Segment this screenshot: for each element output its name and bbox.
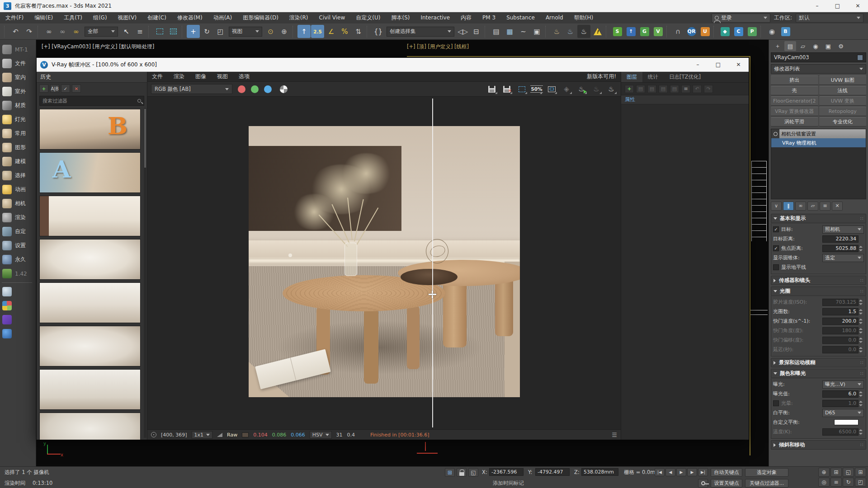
- sidebar-item-mt1[interactable]: MT-1: [0, 42, 36, 56]
- alpha-channel-icon[interactable]: [280, 85, 288, 93]
- pan-icon[interactable]: ≡: [830, 478, 842, 487]
- key-filters-button[interactable]: 关键点过滤器...: [745, 479, 788, 488]
- login-dropdown[interactable]: 登录: [712, 14, 770, 23]
- rollout-header-3[interactable]: 景深和运动模糊∷: [771, 358, 866, 367]
- sidebar-sphere-icon[interactable]: [0, 285, 36, 299]
- menu-item-10[interactable]: Civil View: [314, 12, 351, 23]
- rectangular-selection-icon[interactable]: [153, 25, 166, 38]
- spinner-arrows[interactable]: [859, 428, 864, 436]
- unlink-selection-icon[interactable]: ∞: [56, 25, 69, 38]
- history-thumb-b[interactable]: B: [39, 109, 141, 150]
- x-coordinate-field[interactable]: -2367.596: [489, 468, 524, 476]
- history-thumb[interactable]: [39, 282, 141, 323]
- sidebar-item-interior[interactable]: 室内: [0, 70, 36, 84]
- menu-item-8[interactable]: 图形编辑器(D): [237, 12, 284, 23]
- percent-snap-icon[interactable]: %: [338, 25, 351, 38]
- selection-set-dropdown[interactable]: 选定对象: [745, 468, 788, 477]
- menu-item-11[interactable]: 自定义(U): [350, 12, 386, 23]
- modifier-uvw-xform-button[interactable]: UVW 变换: [819, 96, 867, 106]
- spinner-arrows[interactable]: [859, 308, 864, 315]
- param-field[interactable]: 6.0: [822, 390, 859, 398]
- hierarchy-tab[interactable]: ▱: [797, 41, 809, 51]
- maximize-button[interactable]: □: [827, 0, 848, 12]
- checkbox[interactable]: [773, 264, 779, 270]
- spinner-arrows[interactable]: [859, 245, 864, 252]
- add-time-tag[interactable]: 添加时间标记: [493, 480, 524, 487]
- vfb-menu-item-1[interactable]: 渲染: [174, 73, 184, 80]
- keyboard-shortcut-override-icon[interactable]: ↑: [297, 25, 311, 38]
- zoom-extents-all-icon[interactable]: ⊞: [855, 468, 866, 477]
- render-last-icon[interactable]: ♨: [576, 84, 587, 94]
- menu-item-17[interactable]: Arnold: [540, 12, 569, 23]
- vray-toolbar-icon[interactable]: V: [651, 25, 665, 38]
- warning-icon[interactable]: [591, 25, 604, 38]
- vfb-maximize-button[interactable]: □: [708, 58, 728, 71]
- display-modes-icon[interactable]: [546, 84, 557, 94]
- param-field[interactable]: 6500.0: [822, 428, 859, 436]
- menu-item-3[interactable]: 组(G): [88, 12, 113, 23]
- plugin-p-icon[interactable]: P: [745, 25, 759, 38]
- menu-item-15[interactable]: PM 3: [477, 12, 501, 23]
- sidebar-item-material[interactable]: 材质: [0, 99, 36, 113]
- modify-tab[interactable]: ▤: [784, 41, 796, 51]
- show-end-result-icon[interactable]: ‖: [783, 202, 794, 211]
- viewport-label-top[interactable]: [+] [顶] [用户定义] [线框]: [407, 43, 469, 50]
- remove-history-icon[interactable]: ✕: [72, 84, 81, 93]
- menu-item-16[interactable]: Substance: [501, 12, 540, 23]
- layer-save-icon[interactable]: ▤: [659, 85, 668, 93]
- selection-lock-icon[interactable]: [457, 468, 467, 477]
- use-pivot-point-icon[interactable]: ⊙: [264, 25, 277, 38]
- sidebar-item-camera[interactable]: 相机: [0, 197, 36, 211]
- modifier-uvw-map-button[interactable]: UVW 贴图: [819, 75, 867, 85]
- select-and-rotate-icon[interactable]: ↻: [200, 25, 213, 38]
- modifier-retopology-button[interactable]: Retopology: [819, 107, 867, 116]
- mirror-icon[interactable]: ◁▷: [456, 25, 469, 38]
- sidebar-item-modeling[interactable]: 建模: [0, 155, 36, 169]
- history-thumb[interactable]: [39, 413, 141, 440]
- previous-frame-button[interactable]: ◀: [665, 468, 675, 476]
- pixel-probe-icon[interactable]: [151, 432, 156, 437]
- redo-icon[interactable]: ↷: [704, 85, 713, 93]
- layer-copy-icon[interactable]: ▤: [647, 85, 656, 93]
- param-field[interactable]: 5025.88: [822, 245, 859, 252]
- ab-compare-icon[interactable]: A|B: [50, 84, 59, 93]
- blue-channel-icon[interactable]: [264, 85, 272, 93]
- vfb-titlebar[interactable]: V V-Ray 帧缓冲区 - [100.0% of 600 x 600] – □…: [37, 58, 749, 72]
- close-button[interactable]: ✕: [848, 0, 868, 12]
- selection-filter-dropdown[interactable]: 全部: [85, 27, 118, 37]
- menu-item-1[interactable]: 编辑(E): [29, 12, 58, 23]
- named-selection-sets-dropdown[interactable]: 创建选择集: [387, 27, 454, 37]
- sidebar-item-animation[interactable]: 动画: [0, 183, 36, 197]
- rollout-header-4[interactable]: 颜色和曝光∷: [771, 369, 866, 378]
- angle-snap-icon[interactable]: ∠: [325, 25, 338, 38]
- vfb-tab-0[interactable]: 图层: [621, 72, 642, 82]
- absolute-mode-icon[interactable]: ◱: [468, 468, 478, 477]
- param-dropdown[interactable]: D65: [822, 409, 864, 417]
- stack-header-row[interactable]: 相机分镜窗设置: [771, 129, 866, 138]
- sidebar-item-custom[interactable]: 自定: [0, 225, 36, 239]
- vfb-menu-item-2[interactable]: 图像: [195, 73, 206, 80]
- sidebar-item-light[interactable]: 灯光: [0, 113, 36, 127]
- modifier-stack[interactable]: 相机分镜窗设置 VRay 物理相机: [771, 129, 866, 199]
- save-to-history-icon[interactable]: +: [39, 84, 48, 93]
- red-channel-icon[interactable]: [238, 85, 245, 93]
- sidebar-item-exterior[interactable]: 室外: [0, 84, 36, 99]
- spinner-arrows[interactable]: [859, 346, 864, 353]
- history-tab[interactable]: 历史: [37, 72, 147, 83]
- play-button[interactable]: ▶: [676, 468, 686, 476]
- zoom-level-button[interactable]: 50%: [531, 84, 542, 94]
- crossing-selection-icon[interactable]: [167, 25, 180, 38]
- plugin-b-icon[interactable]: B: [779, 25, 792, 38]
- qr-code-icon[interactable]: QR: [685, 25, 698, 38]
- grid-snap-icon[interactable]: ⊞: [445, 468, 455, 477]
- spinner-snap-icon[interactable]: ⇅: [352, 25, 365, 38]
- zoom-extents-icon[interactable]: ◱: [843, 468, 854, 477]
- param-dropdown[interactable]: 照相机: [822, 225, 864, 234]
- history-thumb[interactable]: [39, 239, 141, 280]
- spinner-arrows[interactable]: [859, 400, 864, 407]
- zoom-all-icon[interactable]: ⊞: [830, 468, 842, 477]
- plugin-gem-icon[interactable]: ◆: [718, 25, 731, 38]
- sidebar-colorballs-icon[interactable]: [0, 299, 36, 313]
- isolate-select-icon[interactable]: ◈: [561, 84, 572, 94]
- update-notice[interactable]: 新版本可用!: [587, 73, 616, 80]
